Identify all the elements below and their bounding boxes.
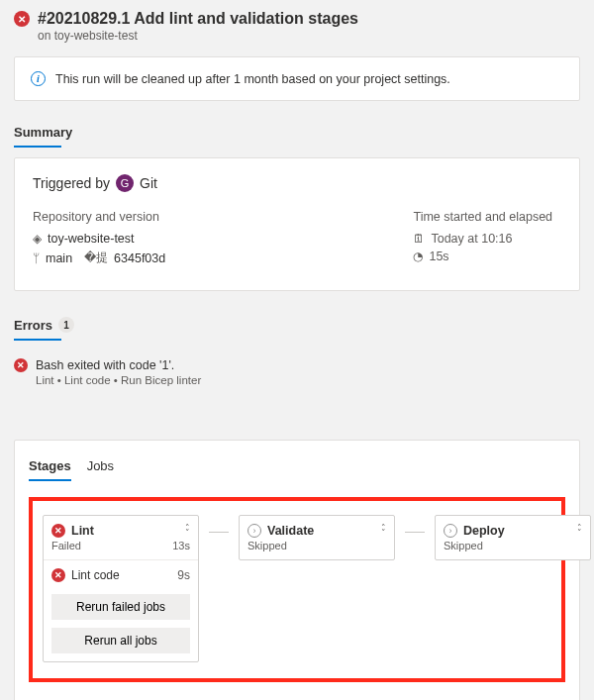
stage-name: Lint: [71, 524, 179, 538]
branch-icon: ᛘ: [33, 251, 40, 265]
time-started: Today at 10:16: [431, 232, 512, 246]
cleanup-notice: i This run will be cleaned up after 1 mo…: [14, 56, 580, 101]
job-name: Lint code: [71, 568, 120, 582]
repo-icon: ◈: [33, 232, 42, 246]
skip-icon: ›: [248, 524, 261, 538]
stage-connector: [209, 532, 229, 533]
tab-stages[interactable]: Stages: [29, 458, 71, 481]
run-subtitle: on toy-website-test: [14, 29, 580, 43]
branch-name[interactable]: main: [46, 251, 72, 265]
error-path: Lint • Lint code • Run Bicep linter: [36, 374, 201, 386]
time-elapsed: 15s: [429, 250, 448, 263]
stage-card-deploy[interactable]: › Deploy ˄˅ Skipped: [435, 515, 591, 560]
repo-name[interactable]: toy-website-test: [48, 232, 135, 246]
stage-card-validate[interactable]: › Validate ˄˅ Skipped: [239, 515, 395, 560]
trigger-actor: Git: [140, 175, 157, 191]
trigger-label: Triggered by: [33, 175, 110, 191]
clock-icon: ◔: [413, 250, 423, 263]
error-title: Bash exited with code '1'.: [36, 358, 201, 372]
commit-icon: �提: [84, 250, 108, 266]
avatar: G: [116, 174, 134, 192]
stage-status: Skipped: [248, 540, 287, 551]
stages-highlight-box: ✕ Lint ˄˅ Failed 13s ✕ Lint code 9s Reru…: [29, 497, 565, 682]
error-icon: ✕: [14, 358, 28, 372]
cleanup-text: This run will be cleaned up after 1 mont…: [55, 72, 450, 86]
error-icon: ✕: [51, 524, 65, 538]
expand-icon[interactable]: ˄˅: [381, 526, 386, 536]
job-row[interactable]: ✕ Lint code 9s: [44, 559, 198, 590]
info-icon: i: [31, 71, 46, 86]
stage-name: Validate: [267, 524, 375, 538]
stage-name: Deploy: [463, 524, 571, 538]
trigger-panel: Triggered by G Git Repository and versio…: [14, 157, 580, 291]
run-title: #20210829.1 Add lint and validation stag…: [38, 10, 358, 28]
summary-heading: Summary: [14, 125, 580, 148]
repo-heading: Repository and version: [33, 210, 413, 224]
stage-connector: [405, 532, 425, 533]
error-icon: ✕: [14, 11, 30, 27]
calendar-icon: 🗓: [413, 232, 425, 246]
stages-tabs: Stages Jobs: [29, 458, 565, 481]
time-heading: Time started and elapsed: [413, 210, 561, 224]
skip-icon: ›: [444, 524, 457, 538]
error-row[interactable]: ✕ Bash exited with code '1'. Lint • Lint…: [0, 341, 594, 410]
errors-label: Errors: [14, 318, 52, 333]
expand-icon[interactable]: ˄˅: [185, 526, 190, 536]
tab-jobs[interactable]: Jobs: [87, 458, 114, 481]
commit-hash[interactable]: 6345f03d: [114, 251, 165, 265]
job-duration: 9s: [177, 568, 190, 582]
run-header: ✕ #20210829.1 Add lint and validation st…: [0, 0, 594, 56]
errors-count: 1: [58, 317, 74, 333]
stage-card-lint[interactable]: ✕ Lint ˄˅ Failed 13s ✕ Lint code 9s Reru…: [43, 515, 199, 662]
errors-heading: Errors 1: [14, 317, 580, 333]
stage-status: Failed: [51, 540, 81, 551]
error-icon: ✕: [51, 568, 65, 582]
expand-icon[interactable]: ˄˅: [577, 526, 582, 536]
stages-panel: Stages Jobs ✕ Lint ˄˅ Failed 13s ✕ Lint …: [14, 440, 580, 700]
stage-duration: 13s: [172, 540, 190, 551]
rerun-all-button[interactable]: Rerun all jobs: [51, 628, 190, 653]
stage-status: Skipped: [444, 540, 483, 551]
rerun-failed-button[interactable]: Rerun failed jobs: [51, 594, 190, 620]
